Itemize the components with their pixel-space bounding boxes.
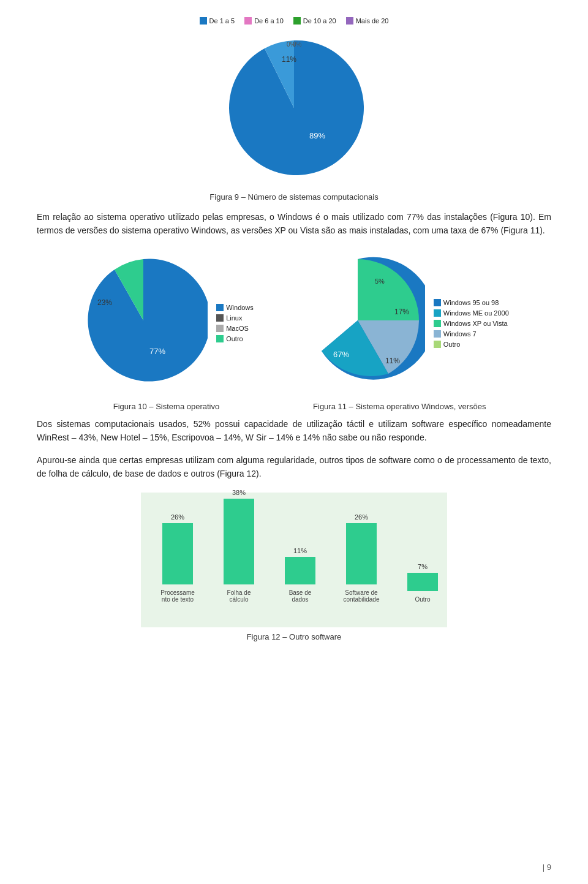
fig11-legend-me-2000: Windows ME ou 2000 [434,309,509,317]
fig11-legend-win7: Windows 7 [434,330,509,338]
fig12-caption: Figura 12 – Outro software [37,632,551,641]
figure11-container: 67% 17% 11% 5% Windows 95 ou 98 Windows … [290,250,509,411]
legend-1-5: De 1 a 5 [200,17,235,25]
bar-cat-folha: Folha de cálculo [221,589,257,603]
fig11-legend-outro: Outro [434,341,509,348]
legend-label-1-5: De 1 a 5 [209,17,235,25]
bar-group-outro: 7% Outro [404,563,441,603]
fig10-legend-box-windows [216,304,224,311]
legend-6-10: De 6 a 10 [244,17,284,25]
fig11-legend-box-xp-vista [434,320,441,327]
fig10-legend-linux: Linux [216,314,254,322]
fig11-label-11: 11% [385,357,400,365]
legend-box-1-5 [200,17,207,25]
bar-cat-processamento: Processamento de texto [159,589,196,603]
fig9-label-11: 11% [282,55,296,64]
legend-label-10-20: De 10 a 20 [303,17,336,25]
fig11-legend-xp-vista: Windows XP ou Vista [434,320,509,327]
fig10-legend-label-windows: Windows [226,304,254,311]
bar-outro [407,573,438,591]
bar-pct-outro: 7% [418,563,428,570]
legend-label-6-10: De 6 a 10 [254,17,284,25]
bar-group-software: 26% Software de contabilidade [343,513,380,603]
fig10-label-23: 23% [97,298,112,307]
two-pie-row: 77% 23% Windows Linux MacOS Out [37,250,551,411]
legend-label-more-20: Mais de 20 [356,17,389,25]
fig12-chart: 26% Processamento de texto 38% Folha de … [141,493,447,627]
fig11-pie: 67% 17% 11% 5% [290,250,425,397]
bar-processamento [162,523,193,584]
bar-base [285,557,315,584]
fig10-legend-label-linux: Linux [226,314,242,322]
fig11-label-17: 17% [394,308,409,316]
fig9-pie: 11% 89% 0% 0% [214,28,374,187]
fig10-pie-with-legend: 77% 23% Windows Linux MacOS Out [79,250,254,397]
fig11-pie-with-legend: 67% 17% 11% 5% Windows 95 ou 98 Windows … [290,250,509,397]
body-text-1: Em relação ao sistema operativo utilizad… [37,210,551,238]
fig11-legend-label-outro: Outro [443,341,461,348]
figure10-container: 77% 23% Windows Linux MacOS Out [79,250,254,411]
body-text-3: Apurou-se ainda que certas empresas util… [37,453,551,481]
fig11-legend-label-win7: Windows 7 [443,330,477,338]
fig10-legend: Windows Linux MacOS Outro [216,304,254,342]
legend-box-6-10 [244,17,252,25]
fig10-legend-outro: Outro [216,335,254,342]
fig10-legend-windows: Windows [216,304,254,311]
figure12-container: 26% Processamento de texto 38% Folha de … [37,493,551,627]
legend-box-more-20 [346,17,353,25]
bar-folha [224,499,254,584]
fig11-label-5: 5% [375,278,385,285]
bar-cat-base: Base de dados [282,589,318,603]
fig11-label-67: 67% [333,350,349,359]
bar-pct-base: 11% [293,547,307,554]
fig11-legend-label-95-98: Windows 95 ou 98 [443,299,499,306]
legend-box-10-20 [293,17,301,25]
bar-group-base: 11% Base de dados [282,547,318,603]
fig11-legend-box-outro [434,341,441,348]
bar-group-processamento: 26% Processamento de texto [159,513,196,603]
fig11-legend-box-win7 [434,330,441,338]
fig11-legend-label-xp-vista: Windows XP ou Vista [443,320,508,327]
fig10-legend-macos: MacOS [216,325,254,332]
fig9-label-89: 89% [309,131,325,140]
bar-pct-processamento: 26% [171,513,184,521]
fig11-caption: Figura 11 – Sistema operativo Windows, v… [313,402,486,411]
bar-cat-outro: Outro [404,596,441,603]
body-text-2: Dos sistemas computacionais usados, 52% … [37,417,551,445]
legend-10-20: De 10 a 20 [293,17,336,25]
fig10-legend-box-linux [216,314,224,322]
fig10-legend-label-outro: Outro [226,335,243,342]
fig12-bars-row: 26% Processamento de texto 38% Folha de … [159,505,429,603]
legend-more-20: Mais de 20 [346,17,389,25]
fig9-label-0b: 0% [293,41,302,48]
fig9-legend: De 1 a 5 De 6 a 10 De 10 a 20 Mais de 20 [200,17,389,25]
fig10-legend-label-macos: MacOS [226,325,249,332]
fig10-pie: 77% 23% [79,250,208,397]
fig11-legend: Windows 95 ou 98 Windows ME ou 2000 Wind… [434,299,509,348]
fig10-caption: Figura 10 – Sistema operativo [113,402,219,411]
fig10-legend-box-macos [216,325,224,332]
fig9-caption: Figura 9 – Número de sistemas computacio… [37,192,551,202]
fig11-legend-label-me-2000: Windows ME ou 2000 [443,309,509,317]
figure9-container: De 1 a 5 De 6 a 10 De 10 a 20 Mais de 20… [37,17,551,187]
bar-pct-folha: 38% [232,489,246,496]
bar-group-folha: 38% Folha de cálculo [221,489,257,603]
bar-software [346,523,377,584]
page-number: | 9 [543,863,551,872]
fig10-label-77: 77% [149,347,165,356]
bar-pct-software: 26% [355,513,368,521]
fig11-legend-box-95-98 [434,299,441,306]
fig11-legend-box-me-2000 [434,309,441,317]
fig11-legend-95-98: Windows 95 ou 98 [434,299,509,306]
fig10-legend-box-outro [216,335,224,342]
bar-cat-software: Software de contabilidade [343,589,380,603]
